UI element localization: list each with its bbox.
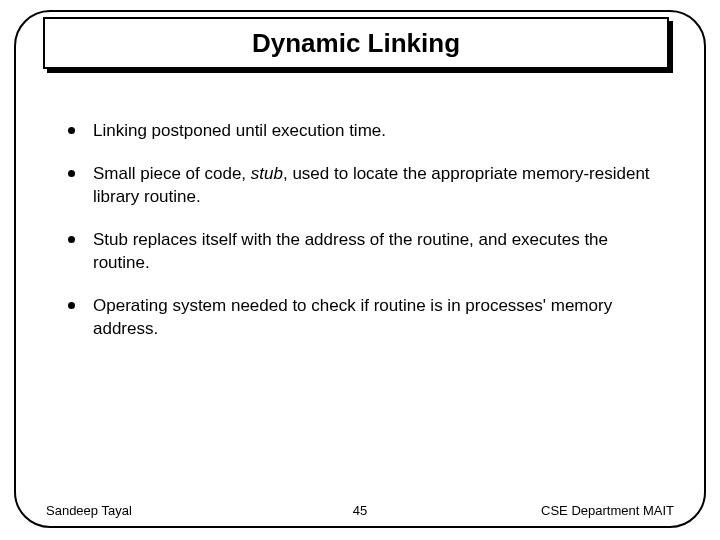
bullet-icon — [68, 170, 75, 177]
footer-author: Sandeep Tayal — [46, 503, 132, 518]
footer: Sandeep Tayal 45 CSE Department MAIT — [46, 503, 674, 518]
bullet-item: Small piece of code, stub, used to locat… — [68, 163, 658, 209]
bullet-text: Linking postponed until execution time. — [93, 120, 386, 143]
footer-department: CSE Department MAIT — [541, 503, 674, 518]
bullet-item: Operating system needed to check if rout… — [68, 295, 658, 341]
footer-page-number: 45 — [353, 503, 367, 518]
title-box: Dynamic Linking — [43, 17, 669, 69]
bullet-text: Small piece of code, stub, used to locat… — [93, 163, 658, 209]
bullet-text: Operating system needed to check if rout… — [93, 295, 658, 341]
content-area: Linking postponed until execution time. … — [68, 120, 658, 361]
slide-title: Dynamic Linking — [252, 28, 460, 59]
bullet-icon — [68, 127, 75, 134]
bullet-item: Linking postponed until execution time. — [68, 120, 658, 143]
bullet-icon — [68, 236, 75, 243]
bullet-em: stub — [251, 164, 283, 183]
bullet-icon — [68, 302, 75, 309]
slide: Dynamic Linking Linking postponed until … — [0, 0, 720, 540]
bullet-text: Stub replaces itself with the address of… — [93, 229, 658, 275]
bullet-item: Stub replaces itself with the address of… — [68, 229, 658, 275]
bullet-pre: Small piece of code, — [93, 164, 251, 183]
